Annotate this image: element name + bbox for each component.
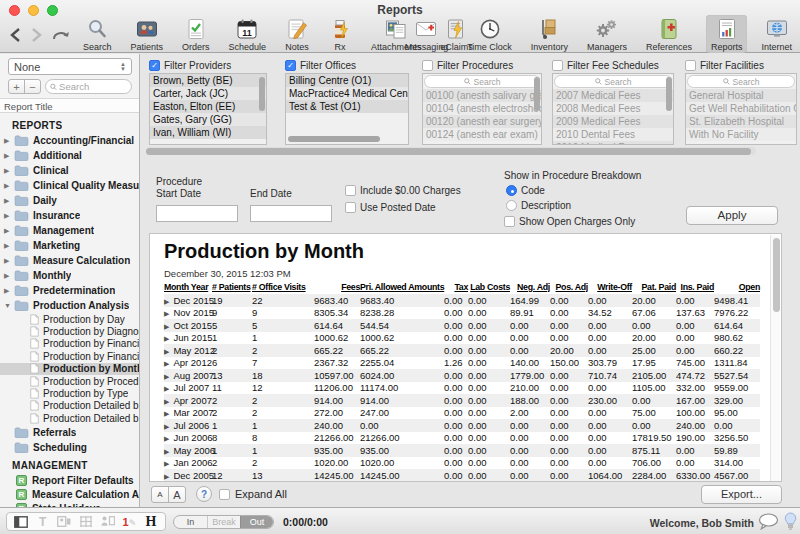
- chevron-right-icon[interactable]: ▶: [164, 348, 169, 355]
- list-item[interactable]: MacPractice4 Medical Center (: [286, 87, 408, 100]
- column-header-office-visits[interactable]: # Office Visits: [252, 282, 314, 294]
- add-report-button[interactable]: +: [8, 79, 25, 94]
- chevron-right-icon[interactable]: ▶: [4, 137, 14, 145]
- include-zero-charges-checkbox[interactable]: Include $0.00 Charges: [345, 185, 461, 196]
- vertical-scrollbar[interactable]: [666, 77, 672, 111]
- chevron-right-icon[interactable]: ▶: [4, 197, 14, 205]
- segment-out[interactable]: Out: [240, 516, 273, 528]
- toolbar-item-orders[interactable]: Orders: [177, 15, 215, 53]
- sidebar-item-measure-calculation[interactable]: ▶Measure Calculation: [0, 253, 139, 268]
- code-radio[interactable]: Code: [506, 185, 545, 196]
- chevron-right-icon[interactable]: ▶: [4, 182, 14, 190]
- list-item[interactable]: Easton, Elton (EE): [150, 100, 266, 113]
- column-header-pat-paid[interactable]: Pat. Paid: [632, 282, 676, 294]
- chevron-right-icon[interactable]: ▶: [4, 287, 14, 295]
- sidebar-search-field[interactable]: [45, 79, 132, 94]
- table-row[interactable]: ▶Nov 2015998305.348238.280.000.0089.910.…: [164, 307, 760, 320]
- sidebar-item-management[interactable]: ▶Management: [0, 223, 139, 238]
- sidebar-item-production-by-day[interactable]: Production by Day: [0, 313, 139, 325]
- list-item[interactable]: 00100 (anesth salivary glan: [423, 89, 541, 102]
- hcfa-icon[interactable]: H: [143, 514, 160, 529]
- chevron-right-icon[interactable]: ▶: [164, 298, 169, 305]
- list-item[interactable]: Get Well Rehabilitation Clin: [686, 102, 796, 115]
- column-header-patients[interactable]: # Patients: [212, 282, 252, 294]
- claims-count-icon[interactable]: 1✎: [121, 514, 138, 529]
- panel-toggle-icon[interactable]: [12, 514, 29, 529]
- segment-break[interactable]: Break: [207, 516, 240, 528]
- table-row[interactable]: ▶Apr 200722914.00914.000.000.00188.000.0…: [164, 394, 760, 407]
- table-row[interactable]: ▶Jul 200611240.000.000.000.000.000.000.0…: [164, 419, 760, 432]
- sidebar-item-marketing[interactable]: ▶Marketing: [0, 238, 139, 253]
- remove-report-button[interactable]: −: [24, 79, 41, 94]
- apply-button[interactable]: Apply: [686, 206, 778, 225]
- show-open-charges-checkbox[interactable]: Show Open Charges Only: [504, 216, 635, 227]
- chevron-right-icon[interactable]: ▶: [4, 212, 14, 220]
- filter-facilities-checkbox[interactable]: Filter Facilities: [685, 59, 797, 72]
- filter-providers-checkbox[interactable]: ✓Filter Providers: [149, 59, 267, 72]
- chevron-right-icon[interactable]: ▶: [164, 473, 169, 480]
- filter-procedures-checkbox[interactable]: Filter Procedures: [422, 59, 542, 72]
- vertical-scrollbar[interactable]: [259, 77, 265, 111]
- list-item[interactable]: Test & Test (O1): [286, 100, 408, 113]
- column-header-ins-paid[interactable]: Ins. Paid: [676, 282, 714, 294]
- chevron-right-icon[interactable]: ▶: [164, 385, 169, 392]
- use-posted-date-checkbox[interactable]: Use Posted Date: [345, 202, 436, 213]
- sidebar-item-report-filter-defaults[interactable]: RReport Filter Defaults: [0, 474, 139, 488]
- help-button[interactable]: ?: [196, 486, 212, 502]
- chevron-right-icon[interactable]: ▶: [4, 227, 14, 235]
- forward-arrow-icon[interactable]: [31, 28, 42, 42]
- chevron-right-icon[interactable]: ▶: [164, 410, 169, 417]
- sidebar-item-production-detailed-b[interactable]: Production Detailed b...: [0, 412, 139, 424]
- list-item[interactable]: Billing Centre (O1): [286, 74, 408, 87]
- redo-arrow-icon[interactable]: [52, 27, 71, 42]
- grid-icon[interactable]: [77, 514, 94, 529]
- sidebar-item-predetermination[interactable]: ▶Predetermination: [0, 283, 139, 298]
- sidebar-item-clinical[interactable]: ▶Clinical: [0, 163, 139, 178]
- filter-providers-list[interactable]: Brown, Betty (BE)Carter, Jack (JC)Easton…: [149, 73, 267, 145]
- chevron-right-icon[interactable]: ▶: [164, 398, 169, 405]
- chevron-right-icon[interactable]: ▶: [164, 448, 169, 455]
- toolbar-item-search[interactable]: Search: [78, 15, 117, 53]
- table-row[interactable]: ▶May 200611935.00935.000.000.000.000.000…: [164, 444, 760, 457]
- font-larger-button[interactable]: A: [168, 486, 186, 503]
- filter-offices-list[interactable]: Billing Centre (O1)MacPractice4 Medical …: [285, 73, 409, 145]
- sidebar-item-production-detailed-b[interactable]: Production Detailed b...: [0, 400, 139, 412]
- list-item[interactable]: Gates, Gary (GG): [150, 113, 266, 126]
- table-row[interactable]: ▶Jan 2006221020.001020.000.000.000.000.0…: [164, 457, 760, 470]
- column-header-pos-adj[interactable]: Pos. Adj: [550, 282, 588, 294]
- filter-horizontal-scrollbar[interactable]: [146, 147, 756, 155]
- filter-fee-schedules-checkbox[interactable]: Filter Fee Schedules: [552, 59, 674, 72]
- horizontal-scrollbar[interactable]: [288, 136, 380, 142]
- filter-fee-schedules-list[interactable]: Search2007 Medical Fees2008 Medical Fees…: [552, 73, 674, 145]
- table-row[interactable]: ▶Jul 2007111211206.0011174.000.000.00210…: [164, 382, 760, 395]
- table-row[interactable]: ▶Jun 20068821266.0021266.000.000.000.000…: [164, 432, 760, 445]
- sidebar-item-production-by-month[interactable]: Production by Month: [0, 363, 139, 375]
- toolbar-item-internet[interactable]: Internet: [756, 15, 797, 53]
- sidebar-item-production-by-type[interactable]: Production by Type: [0, 387, 139, 399]
- sidebar-item-measure-calculation-a[interactable]: RMeasure Calculation A...: [0, 488, 139, 502]
- chat-bubble-icon[interactable]: [758, 513, 779, 534]
- column-header-lab-costs[interactable]: Lab Costs: [468, 282, 510, 294]
- toolbar-item-patients[interactable]: Patients: [126, 15, 169, 53]
- sidebar-item-production-by-financi[interactable]: Production by Financi...: [0, 350, 139, 362]
- chevron-right-icon[interactable]: ▶: [164, 423, 169, 430]
- table-row[interactable]: ▶May 201222665.22665.220.000.000.0020.00…: [164, 344, 760, 357]
- chevron-right-icon[interactable]: ▶: [4, 152, 14, 160]
- back-arrow-icon[interactable]: [10, 28, 21, 42]
- list-item[interactable]: Ivan, William (WI): [150, 126, 266, 139]
- filter-fee-schedules-search-field[interactable]: Search: [554, 75, 672, 88]
- list-item[interactable]: With No Facility: [686, 128, 796, 141]
- chevron-right-icon[interactable]: ▶: [164, 310, 169, 317]
- toolbar-item-inventory[interactable]: Inventory: [526, 15, 573, 53]
- report-vertical-scrollbar[interactable]: [770, 235, 780, 481]
- list-item[interactable]: 2009 Medical Fees: [553, 115, 673, 128]
- table-row[interactable]: ▶Aug 2007131810597.006024.000.000.001779…: [164, 369, 760, 382]
- column-header-pri-allowed-amounts[interactable]: Pri. Allowed Amounts: [360, 282, 444, 294]
- filter-offices-checkbox[interactable]: ✓Filter Offices: [285, 59, 409, 72]
- chevron-right-icon[interactable]: ▶: [164, 460, 169, 467]
- sidebar-item-daily[interactable]: ▶Daily: [0, 193, 139, 208]
- table-row[interactable]: ▶Dec 201519229683.409683.400.000.00164.9…: [164, 294, 760, 307]
- lightbulb-icon[interactable]: [784, 512, 797, 534]
- description-radio[interactable]: Description: [506, 200, 571, 211]
- toolbar-item-managers[interactable]: Managers: [582, 15, 632, 53]
